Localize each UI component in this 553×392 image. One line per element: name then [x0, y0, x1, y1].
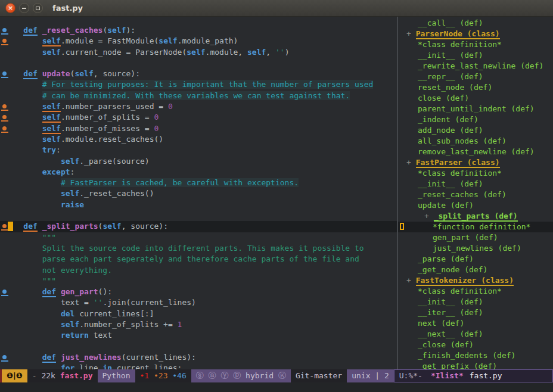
imenu-item[interactable]: next (def) — [398, 318, 553, 329]
code-token: ): — [126, 26, 136, 35]
code-line[interactable]: parse each part seperately and therefore… — [0, 254, 397, 265]
code-line[interactable]: self._parse(source) — [0, 156, 397, 167]
code-line[interactable] — [0, 210, 397, 221]
code-line[interactable]: self.number_of_splits += 1 — [0, 319, 397, 330]
code-line[interactable]: def update(self, source): — [0, 69, 397, 79]
code-line[interactable]: # FastParser is cached, be careful with … — [0, 178, 397, 188]
code-token: .number_of_splits = — [61, 113, 154, 122]
imenu-item[interactable]: _get_node (def) — [398, 265, 553, 275]
code-line[interactable]: self._reset_caches() — [0, 188, 397, 199]
imenu-item[interactable]: *function definition* — [398, 222, 553, 232]
imenu-item[interactable]: __iter__ (def) — [398, 307, 553, 318]
imenu-item[interactable]: update (def) — [398, 200, 553, 211]
modeline-text: Git-master — [296, 371, 342, 380]
imenu-item[interactable]: __repr__ (def) — [398, 71, 553, 82]
imenu-item[interactable]: remove_last_newline (def) — [398, 147, 553, 157]
modeline-major-mode[interactable]: Python — [98, 369, 135, 382]
minimize-button[interactable] — [19, 3, 29, 13]
close-button[interactable]: × — [5, 3, 15, 13]
code-line[interactable]: self.current_node = ParserNode(self.modu… — [0, 47, 397, 58]
imenu-label: parent_until_indent (def) — [418, 104, 535, 113]
imenu-expand-icon: + — [406, 276, 416, 285]
imenu-item[interactable]: __init__ (def) — [398, 179, 553, 189]
modeline-window-numbers[interactable]: ❶|❶ — [0, 369, 27, 382]
imenu-item[interactable]: *class definition* — [398, 39, 553, 50]
imenu-item[interactable]: all_sub_nodes (def) — [398, 136, 553, 147]
imenu-expand-icon: + — [424, 211, 434, 220]
code-line[interactable]: self.number_of_splits = 0 — [0, 112, 397, 123]
modeline-encoding[interactable]: unix | 2 — [347, 369, 394, 382]
imenu-item[interactable]: __init__ (def) — [398, 297, 553, 307]
imenu-item[interactable]: add_node (def) — [398, 125, 553, 136]
imenu-item[interactable]: _rewrite_last_newline (def) — [398, 61, 553, 71]
imenu-item[interactable]: _indent (def) — [398, 114, 553, 125]
code-line[interactable]: Split the source code into different par… — [0, 243, 397, 254]
imenu-label: _get_prefix (def) — [418, 362, 497, 369]
maximize-button[interactable] — [33, 3, 43, 13]
code-token: # For testing purposes: It is important … — [42, 80, 374, 89]
code-line[interactable]: self.module = FastModule(self.module_pat… — [0, 36, 397, 46]
modeline-flycheck-counts[interactable]: •1 •23 •46 — [135, 369, 191, 382]
modeline-imenu-window[interactable]: U:%*- *Ilist* fast.py — [394, 369, 553, 382]
imenu-item[interactable]: _close (def) — [398, 340, 553, 350]
imenu-item[interactable]: _finish_dedents (def) — [398, 350, 553, 361]
imenu-label: _close (def) — [418, 340, 474, 349]
imenu-item[interactable]: _reset_caches (def) — [398, 189, 553, 200]
imenu-item[interactable]: *class definition* — [398, 168, 553, 179]
code-line[interactable]: def just_newlines(current_lines): — [0, 352, 397, 363]
code-line[interactable]: return text — [0, 330, 397, 341]
imenu-item[interactable]: just_newlines (def) — [398, 243, 553, 254]
imenu-item[interactable]: __next__ (def) — [398, 329, 553, 340]
code-line[interactable]: except: — [0, 167, 397, 178]
modeline-minor-modes[interactable]: ⓢ ⓐ ⓨ ⓟ hybrid Ⓚ — [191, 369, 291, 382]
code-line[interactable]: """ — [0, 232, 397, 243]
imenu-item[interactable]: + ParserNode (class) — [398, 29, 553, 39]
imenu-item[interactable]: + FastParser (class) — [398, 157, 553, 168]
imenu-label: __repr__ (def) — [418, 72, 483, 81]
code-line[interactable]: def _split_parts(self, source): — [0, 221, 397, 232]
imenu-pane[interactable]: __call__ (def)+ ParserNode (class)*class… — [398, 17, 553, 369]
imenu-item[interactable]: __call__ (def) — [398, 18, 553, 29]
code-token — [56, 353, 61, 362]
code-line[interactable]: self.number_of_misses = 0 — [0, 123, 397, 134]
code-line[interactable]: for line in current_lines: — [0, 363, 397, 369]
code-line[interactable]: self.module.reset_caches() — [0, 134, 397, 145]
code-line[interactable]: def _reset_caches(self): — [0, 25, 397, 36]
code-line[interactable]: def gen_part(): — [0, 287, 397, 297]
bookmark-underline — [1, 110, 8, 111]
code-pane[interactable]: def _reset_caches(self): self.module = F… — [0, 17, 397, 369]
imenu-item[interactable]: __init__ (def) — [398, 50, 553, 61]
imenu-label: _finish_dedents (def) — [418, 351, 515, 360]
imenu-label: __init__ (def) — [418, 179, 483, 188]
code-token — [5, 135, 42, 144]
imenu-item[interactable]: _get_prefix (def) — [398, 361, 553, 369]
code-line[interactable]: self.number_parsers_used = 0 — [0, 101, 397, 112]
imenu-item[interactable]: *class definition* — [398, 286, 553, 297]
code-line[interactable] — [0, 341, 397, 352]
imenu-item[interactable]: + FastTokenizer (class) — [398, 275, 553, 286]
code-line[interactable]: try: — [0, 145, 397, 155]
code-line[interactable]: # For testing purposes: It is important … — [0, 79, 397, 90]
code-line[interactable]: # can be minimized. With these variables… — [0, 91, 397, 101]
code-line[interactable]: del current_lines[:] — [0, 309, 397, 319]
imenu-item[interactable]: close (def) — [398, 93, 553, 104]
code-line[interactable] — [0, 58, 397, 69]
code-token — [5, 200, 61, 209]
imenu-label: __init__ (def) — [418, 51, 483, 60]
code-line[interactable]: raise — [0, 200, 397, 210]
bookmark-underline — [1, 33, 8, 35]
code-line[interactable]: not everything. — [0, 265, 397, 276]
code-line[interactable]: """ — [0, 276, 397, 287]
modeline-text: unix | 2 — [352, 371, 389, 380]
imenu-item[interactable]: reset_node (def) — [398, 82, 553, 93]
imenu-label: __iter__ (def) — [418, 308, 483, 317]
imenu-item[interactable]: + _split_parts (def) — [398, 211, 553, 222]
imenu-item[interactable]: parent_until_indent (def) — [398, 104, 553, 114]
code-token: .module.reset_caches() — [61, 135, 163, 144]
modeline-buffer-info[interactable]: - 22k fast.py — [27, 369, 98, 382]
code-line[interactable]: text = ''.join(current_lines) — [0, 297, 397, 308]
imenu-label: gen_part (def) — [433, 233, 498, 242]
imenu-item[interactable]: _parse (def) — [398, 254, 553, 265]
imenu-item[interactable]: gen_part (def) — [398, 232, 553, 243]
modeline-git-branch[interactable]: Git-master — [291, 369, 347, 382]
